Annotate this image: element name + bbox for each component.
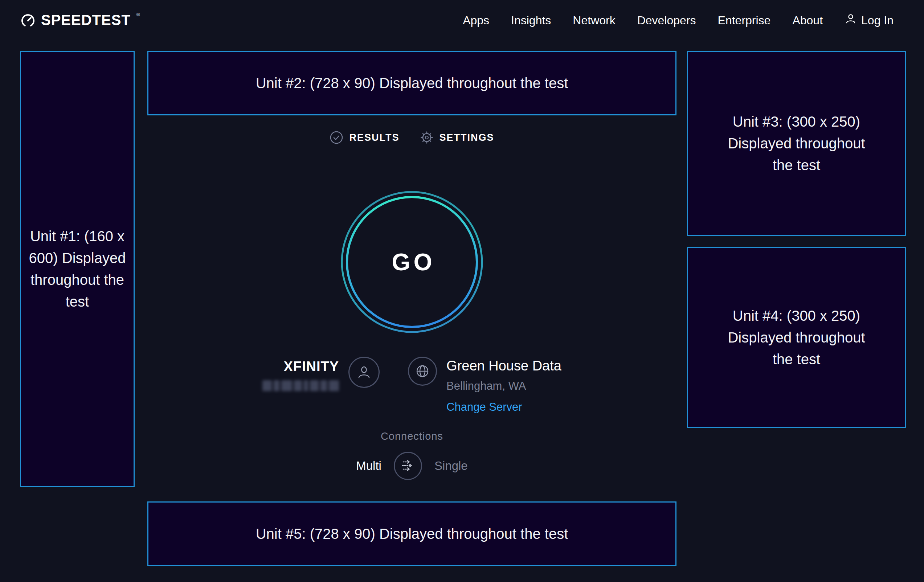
tab-settings[interactable]: SETTINGS [420, 130, 494, 144]
isp-info: XFINITY [262, 357, 380, 391]
ad-unit-5: Unit #5: (728 x 90) Displayed throughout… [147, 501, 676, 566]
nav-item-enterprise[interactable]: Enterprise [718, 14, 771, 27]
ad-unit-4-text: Unit #4: (300 x 250) Displayed throughou… [717, 305, 876, 370]
ad-unit-5-text: Unit #5: (728 x 90) Displayed throughout… [256, 523, 568, 545]
server-info: Green House Data Bellingham, WA Change S… [408, 357, 561, 414]
change-server-link[interactable]: Change Server [446, 401, 522, 414]
tab-results-label: RESULTS [349, 132, 399, 143]
check-circle-icon [330, 130, 343, 144]
test-panel: RESULTS [147, 115, 676, 500]
ad-unit-2-text: Unit #2: (728 x 90) Displayed throughout… [256, 72, 568, 94]
connections-section: Connections Multi Sin [147, 430, 676, 480]
gear-icon [420, 130, 434, 144]
ad-unit-3: Unit #3: (300 x 250) Displayed throughou… [687, 51, 906, 236]
connection-mode-toggle-button[interactable] [394, 452, 422, 480]
nav-item-apps[interactable]: Apps [463, 14, 489, 27]
speedometer-icon [20, 12, 36, 29]
login-button[interactable]: Log In [845, 13, 894, 28]
speedtest-logo[interactable]: SPEEDTEST® [20, 12, 140, 29]
nav-item-about[interactable]: About [792, 14, 823, 27]
multi-connections-icon [399, 457, 416, 475]
ad-unit-2: Unit #2: (728 x 90) Displayed throughout… [147, 51, 676, 115]
main-nav: Apps Insights Network Developers Enterpr… [463, 13, 894, 28]
user-icon [845, 13, 857, 28]
ad-unit-1: Unit #1: (160 x 600) Displayed throughou… [20, 51, 135, 487]
nav-item-insights[interactable]: Insights [511, 14, 551, 27]
ad-unit-1-text: Unit #1: (160 x 600) Displayed throughou… [25, 225, 130, 312]
redacted-ip-address [262, 380, 339, 391]
login-label: Log In [861, 14, 894, 27]
trademark-symbol: ® [137, 12, 140, 17]
brand-name: SPEEDTEST [41, 12, 130, 28]
isp-name: XFINITY [284, 359, 339, 374]
header: SPEEDTEST® Apps Insights Network Develop… [0, 0, 924, 41]
nav-item-network[interactable]: Network [573, 14, 615, 27]
go-button[interactable]: GO [340, 191, 483, 333]
connections-toggle: Multi Single [147, 452, 676, 480]
ad-unit-3-text: Unit #3: (300 x 250) Displayed throughou… [717, 110, 876, 176]
globe-icon [408, 357, 437, 386]
nav-item-developers[interactable]: Developers [637, 14, 696, 27]
server-name: Green House Data [446, 358, 561, 374]
result-settings-tabs: RESULTS [147, 130, 676, 144]
connections-multi-option[interactable]: Multi [356, 459, 381, 473]
connections-single-option[interactable]: Single [434, 459, 468, 473]
connections-label: Connections [147, 430, 676, 442]
tab-results[interactable]: RESULTS [330, 130, 399, 144]
go-label: GO [340, 191, 483, 333]
isp-user-icon [348, 357, 380, 388]
speedtest-page: SPEEDTEST® Apps Insights Network Develop… [0, 0, 924, 582]
tab-settings-label: SETTINGS [439, 132, 494, 143]
connection-meta: XFINITY [147, 357, 676, 414]
ad-unit-4: Unit #4: (300 x 250) Displayed throughou… [687, 247, 906, 428]
server-location: Bellingham, WA [446, 379, 526, 392]
